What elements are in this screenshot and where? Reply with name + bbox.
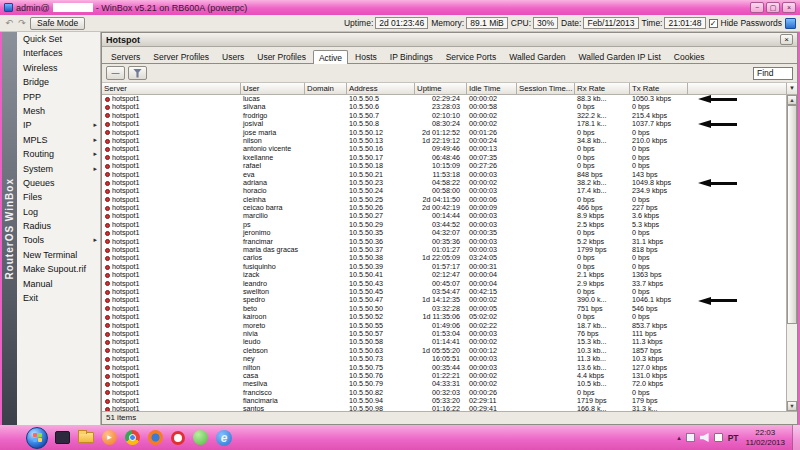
column-header-uptime[interactable]: Uptime [415,83,467,95]
table-row[interactable]: hotspot1cleinha10.5.50.252d 04:11:5000:0… [102,196,786,204]
table-row[interactable]: hotspot1nivia10.5.50.5701:53:0400:00:037… [102,330,786,338]
column-header-address[interactable]: Address [347,83,415,95]
table-row[interactable]: hotspot1beto10.5.50.5003:32:2800:00:0575… [102,305,786,313]
language-indicator[interactable]: PT [728,433,739,443]
chrome-icon[interactable] [125,430,140,445]
table-row[interactable]: hotspot1fusiquinho10.5.50.3901:57:1700:0… [102,263,786,271]
table-row[interactable]: hotspot1antonio vicente10.5.50.1609:49:4… [102,145,786,153]
folder-icon[interactable] [78,432,94,443]
scroll-down-icon[interactable]: ▼ [787,401,797,411]
sidebar-item-ip[interactable]: IP▸ [17,118,100,132]
show-desktop-button[interactable] [792,425,800,450]
minimize-button[interactable]: − [750,2,764,13]
table-row[interactable]: hotspot1mesilva10.5.50.7904:33:3100:00:0… [102,380,786,388]
action-center-icon[interactable] [714,433,723,442]
maximize-button[interactable]: ▢ [766,2,780,13]
hotspot-close-button[interactable]: × [780,34,793,45]
tab-walled-garden-ip-list[interactable]: Walled Garden IP List [573,49,667,63]
sidebar-item-log[interactable]: Log [17,205,100,219]
sidebar-item-queues[interactable]: Queues [17,176,100,190]
tab-cookies[interactable]: Cookies [668,49,711,63]
find-input[interactable]: Find [753,67,793,80]
redo-icon[interactable]: ↷ [17,18,27,28]
tab-servers[interactable]: Servers [105,49,146,63]
table-row[interactable]: hotspot1leudo10.5.50.5801:14:4100:00:021… [102,338,786,346]
table-row[interactable]: hotspot1fiancimaria10.5.50.9405:33:2002:… [102,397,786,405]
tab-ip-bindings[interactable]: IP Bindings [384,49,439,63]
table-row[interactable]: hotspot1jose maria10.5.50.122d 01:12:520… [102,129,786,137]
console-icon[interactable] [55,431,70,444]
start-button[interactable] [26,427,48,449]
sidebar-item-manual[interactable]: Manual [17,277,100,291]
sidebar-item-new-terminal[interactable]: New Terminal [17,248,100,262]
hotspot-titlebar[interactable]: Hotspot × [102,33,797,47]
network-icon[interactable] [686,433,695,442]
table-row[interactable]: hotspot1leandro10.5.50.4300:45:0700:00:0… [102,280,786,288]
table-row[interactable]: hotspot1silvana10.5.50.623:28:0300:00:58… [102,103,786,111]
tab-active[interactable]: Active [313,50,348,64]
column-header-server[interactable]: Server [102,83,241,95]
media-player-icon[interactable]: ▶ [102,430,117,445]
sidebar-item-wireless[interactable]: Wireless [17,61,100,75]
undo-icon[interactable]: ↶ [4,18,14,28]
table-row[interactable]: hotspot1clebson10.5.50.631d 05:55:2000:0… [102,347,786,355]
messenger-icon[interactable] [193,430,208,445]
table-row[interactable]: hotspot1ps10.5.50.2903:44:5200:00:032.5 … [102,221,786,229]
table-row[interactable]: hotspot1moreto10.5.50.5501:49:0600:02:22… [102,322,786,330]
table-row[interactable]: hotspot1nilton10.5.50.7500:35:4400:00:03… [102,364,786,372]
tab-walled-garden[interactable]: Walled Garden [503,49,571,63]
column-header-user[interactable]: User [241,83,305,95]
table-row[interactable]: hotspot1adriana10.5.50.2304:58:2200:00:0… [102,179,786,187]
tab-users[interactable]: Users [216,49,250,63]
opera-icon[interactable] [171,431,185,445]
sidebar-item-ppp[interactable]: PPP [17,90,100,104]
sidebar-item-make-supout-rif[interactable]: Make Supout.rif [17,262,100,276]
hide-passwords-checkbox[interactable]: ✓ [709,19,718,28]
table-row[interactable]: hotspot1francimar10.5.50.3600:35:3600:00… [102,238,786,246]
column-header-rx[interactable]: Rx Rate [575,83,630,95]
tab-service-ports[interactable]: Service Ports [440,49,503,63]
table-row[interactable]: hotspot1nilson10.5.50.131d 22:19:1200:00… [102,137,786,145]
firefox-icon[interactable] [148,430,163,445]
table-row[interactable]: hotspot1jeronimo10.5.50.3504:32:0700:00:… [102,229,786,237]
table-row[interactable]: hotspot1josival10.5.50.808:30:2400:00:02… [102,120,786,128]
table-row[interactable]: hotspot1francisco10.5.50.8200:32:0300:00… [102,389,786,397]
sidebar-item-mesh[interactable]: Mesh [17,104,100,118]
table-row[interactable]: hotspot1rafael10.5.50.1810:15:0900:27:26… [102,162,786,170]
table-row[interactable]: hotspot1ney10.5.50.7316:05:5100:00:0311.… [102,355,786,363]
table-row[interactable]: hotspot1spedro10.5.50.471d 14:12:3500:00… [102,296,786,304]
taskbar-clock[interactable]: 22:03 11/02/2013 [744,428,787,448]
table-row[interactable]: hotspot1lucas10.5.50.502:29:2400:00:0288… [102,95,786,103]
table-row[interactable]: hotspot1kxellanne10.5.50.1706:48:4600:07… [102,154,786,162]
table-row[interactable]: hotspot1frodrigo10.5.50.702:10:1000:00:0… [102,112,786,120]
table-row[interactable]: hotspot1carlos10.5.50.381d 22:05:0903:24… [102,254,786,262]
column-header-domain[interactable]: Domain [305,83,347,95]
table-row[interactable]: hotspot1swellton10.5.50.4503:54:4700:42:… [102,288,786,296]
tab-hosts[interactable]: Hosts [349,49,383,63]
table-row[interactable]: hotspot1izack10.5.50.4102:12:4700:00:042… [102,271,786,279]
tab-server-profiles[interactable]: Server Profiles [147,49,215,63]
scrollbar-thumb[interactable] [787,105,797,324]
sidebar-item-exit[interactable]: Exit [17,291,100,305]
table-row[interactable]: hotspot1casa10.5.50.7601:22:2100:00:024.… [102,372,786,380]
volume-icon[interactable] [700,433,709,442]
sidebar-item-radius[interactable]: Radius [17,219,100,233]
table-row[interactable]: hotspot1ceicao barra10.5.50.262d 00:42:1… [102,204,786,212]
column-header-tx[interactable]: Tx Rate [630,83,688,95]
filter-button[interactable] [128,66,147,80]
table-row[interactable]: hotspot1marcilio10.5.50.2700:14:4400:00:… [102,212,786,220]
sidebar-item-system[interactable]: System▸ [17,162,100,176]
column-header-session[interactable]: Session Time... [517,83,575,95]
hidden-icons-icon[interactable]: ▴ [677,434,681,442]
sidebar-item-quick-set[interactable]: Quick Set [17,32,100,46]
scrollbar-track[interactable] [787,105,797,401]
column-select-button[interactable]: ▼ [787,83,797,95]
safe-mode-button[interactable]: Safe Mode [30,17,85,30]
ie-icon[interactable]: e [216,430,232,446]
scroll-up-icon[interactable]: ▲ [787,95,797,105]
sidebar-item-routing[interactable]: Routing▸ [17,147,100,161]
sidebar-item-interfaces[interactable]: Interfaces [17,46,100,60]
sidebar-item-mpls[interactable]: MPLS▸ [17,133,100,147]
tab-user-profiles[interactable]: User Profiles [251,49,312,63]
sidebar-item-files[interactable]: Files [17,190,100,204]
